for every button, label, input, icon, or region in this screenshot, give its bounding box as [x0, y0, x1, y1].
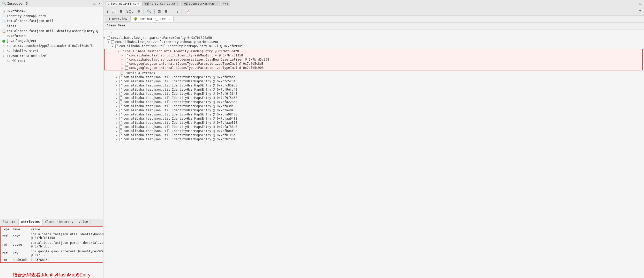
- tree-toggle[interactable]: ▶: [122, 62, 125, 65]
- tree-toggle[interactable]: ▼: [103, 36, 107, 39]
- file-tab-parser-config[interactable]: 01 ParserConfig.cl ✕: [142, 1, 180, 6]
- tree-row[interactable]: ▶ com.alibaba.fastjson.util.IdentityHash…: [103, 133, 644, 137]
- tree-row[interactable]: ▶ com.alibaba.fastjson.util.IdentityHash…: [103, 121, 644, 125]
- tree-item-text: com.alibaba.fastjson.util.IdentityHashMa…: [123, 100, 237, 104]
- search-button[interactable]: 🔍: [146, 9, 152, 14]
- tree-row[interactable]: ▶ com.alibaba.fastjson.util.IdentityHash…: [103, 79, 644, 83]
- tree-toggle[interactable]: ▶: [116, 113, 119, 116]
- java-lang-text: java.lang.Object: [7, 39, 37, 43]
- tab-value[interactable]: Value: [76, 219, 91, 225]
- parser-config-close-icon[interactable]: ✕: [176, 2, 178, 5]
- tree-toggle[interactable]: ▶: [122, 54, 125, 57]
- tab-dominator-tree[interactable]: 🌳 dominator_tree ✕: [130, 16, 174, 22]
- shallow-size-row: ↕ 32 (shallow size): [2, 49, 101, 54]
- class-ref-text: class com.alibaba.fastjson.util.Identity…: [7, 24, 101, 39]
- tree-row[interactable]: ▶ com.alibaba.fastjson.util.IdentityHash…: [103, 87, 644, 92]
- java-pid-close-icon[interactable]: ✕: [137, 2, 139, 5]
- tree-row[interactable]: ▶ com.alibaba.fastjson.util.IdentityHash…: [103, 92, 644, 96]
- tab-attributes[interactable]: Attributes: [19, 219, 43, 225]
- tree-row[interactable]: ▼ com.alibaba.fastjson.util.IdentityHash…: [105, 49, 642, 53]
- table-button[interactable]: ⊞: [118, 9, 124, 14]
- tab-class-hierarchy[interactable]: Class Hierarchy: [43, 219, 76, 225]
- close-button[interactable]: ✕: [98, 2, 101, 5]
- tree-toggle[interactable]: ▶: [116, 105, 119, 108]
- tree-toggle[interactable]: ▶: [116, 130, 119, 133]
- tree-toggle[interactable]: ▶: [116, 80, 119, 83]
- tree-row[interactable]: ▶ com.alibaba.fastjson.util.IdentityHash…: [103, 100, 644, 104]
- tree-row[interactable]: ▶ com.alibaba.fastjson.util.IdentityHash…: [103, 137, 644, 141]
- chart-button[interactable]: 📊: [110, 9, 117, 14]
- tree-toggle[interactable]: ▼: [117, 50, 121, 53]
- tree-row[interactable]: ▶ com.google.gson.internal.$Gson$Types$P…: [105, 62, 642, 66]
- help-button[interactable]: ?: [638, 9, 642, 14]
- tree-toggle[interactable]: ▶: [116, 88, 119, 91]
- bar-chart-button[interactable]: 📈: [184, 9, 190, 14]
- col-name: Name: [11, 227, 29, 232]
- nav-button-2[interactable]: ⊞: [163, 9, 169, 14]
- tree-toggle[interactable]: ▼: [112, 45, 115, 48]
- tree-row[interactable]: ▼ com.alibaba.fastjson.util.IdentityHash…: [103, 44, 644, 48]
- tree-row[interactable]: ▼ com.alibaba.fastjson.parser.ParserConf…: [103, 36, 644, 40]
- file-tab-identity-hashmap[interactable]: 01 IdentityHashMap ✕: [181, 1, 219, 6]
- tab-overview[interactable]: ℹ Overview: [106, 16, 130, 22]
- tree-toggle[interactable]: ▶: [116, 84, 119, 87]
- tree-row[interactable]: ▶ com.alibaba.fastjson.util.IdentityHash…: [105, 53, 642, 57]
- file-icon: [125, 58, 128, 61]
- tree-toggle[interactable]: ▼: [108, 41, 111, 43]
- maximize-button[interactable]: □: [93, 2, 96, 5]
- info-button[interactable]: ℹ: [106, 9, 109, 14]
- tree-toggle[interactable]: ▶: [116, 121, 119, 124]
- tree-toggle[interactable]: ▶: [116, 76, 119, 79]
- tree-row[interactable]: ▶ com.alibaba.fastjson.util.IdentityHash…: [103, 112, 644, 116]
- tree-area[interactable]: ▼ com.alibaba.fastjson.parser.ParserConf…: [103, 35, 644, 278]
- file-tab-more[interactable]: >>3: [221, 1, 230, 6]
- overview-icon: ℹ: [109, 17, 110, 21]
- maximize-right-button[interactable]: □: [639, 2, 642, 5]
- identity-hashmap-close-icon[interactable]: ✕: [216, 2, 217, 5]
- tree-row[interactable]: 📋 Total: 4 entries: [103, 71, 644, 75]
- table-row[interactable]: ref next com.alibaba.fastjson.util.Ident…: [1, 232, 112, 240]
- inspector-title: 🔍 Inspector 5: [2, 2, 28, 5]
- file-icon: [119, 92, 122, 96]
- tree-toggle[interactable]: ▶: [116, 97, 119, 99]
- minimize-right-button[interactable]: —: [633, 2, 637, 5]
- table-row[interactable]: ref value com.alibaba.fastjson.parser.de…: [1, 240, 112, 249]
- settings-button[interactable]: ⚙: [136, 9, 141, 14]
- tree-toggle[interactable]: ▶: [122, 58, 125, 61]
- filter-button[interactable]: SQL: [125, 9, 134, 14]
- table-row[interactable]: ref key com.google.gson.internal.$Gson$T…: [1, 249, 112, 258]
- tree-item-text: com.alibaba.fastjson.util.IdentityHashMa…: [123, 79, 237, 83]
- tree-row[interactable]: ▶ com.alibaba.fastjson.util.IdentityHash…: [103, 125, 644, 129]
- tree-item-text: com.alibaba.fastjson.util.IdentityHashMa…: [123, 84, 237, 87]
- tree-toggle[interactable]: ▶: [116, 117, 119, 120]
- tree-row[interactable]: ▶ com.alibaba.fastjson.util.IdentityHash…: [103, 75, 644, 79]
- tree-toggle[interactable]: ▶: [116, 101, 119, 104]
- tree-toggle[interactable]: ▶: [116, 109, 119, 112]
- tree-item-text: com.alibaba.fastjson.util.IdentityHashMa…: [119, 44, 244, 48]
- tree-row[interactable]: ▶ com.alibaba.fastjson.util.IdentityHash…: [103, 108, 644, 112]
- table-row[interactable]: int hashCode 1423768154: [1, 258, 112, 262]
- tab-statics[interactable]: Statics: [0, 219, 19, 225]
- dominator-close-icon[interactable]: ✕: [169, 18, 170, 20]
- nav-button-1[interactable]: ⊡: [157, 9, 162, 14]
- tree-row[interactable]: ▶ com.google.gson.internal.$Gson$Types$P…: [105, 66, 642, 70]
- tree-toggle[interactable]: ▶: [116, 134, 119, 137]
- tree-toggle[interactable]: ▶: [116, 92, 119, 95]
- tree-row[interactable]: ▼ com.alibaba.fastjson.util.IdentityHash…: [103, 40, 644, 44]
- tree-toggle[interactable]: ▶: [116, 138, 119, 141]
- tree-row[interactable]: ▶ com.alibaba.fastjson.util.IdentityHash…: [103, 129, 644, 133]
- doc-icon-2: 📄: [2, 19, 6, 23]
- tree-toggle[interactable]: ▶: [122, 67, 125, 69]
- tree-row[interactable]: ▶ com.alibaba.fastjson.util.IdentityHash…: [103, 116, 644, 121]
- tree-row[interactable]: ▶ com.alibaba.fastjson.util.IdentityHash…: [103, 96, 644, 100]
- tree-row[interactable]: ▶ com.alibaba.fastjson.parser.deserializ…: [105, 57, 642, 62]
- minimize-button[interactable]: —: [87, 2, 92, 5]
- nav-button-3[interactable]: ↑: [170, 9, 174, 14]
- nav-button-4[interactable]: ↓: [176, 9, 179, 14]
- tree-toggle[interactable]: ▶: [116, 126, 119, 128]
- file-tab-java-pid[interactable]: ☕ java_pid2483.hp ✕: [106, 1, 141, 6]
- attributes-table-wrapper: Type Name Value ref next com.alibaba.fas…: [0, 226, 103, 263]
- tree-row[interactable]: ▶ com.alibaba.fastjson.util.IdentityHash…: [103, 104, 644, 108]
- tree-row[interactable]: ▶ com.alibaba.fastjson.util.IdentityHash…: [103, 83, 644, 87]
- file-icon: [119, 84, 122, 87]
